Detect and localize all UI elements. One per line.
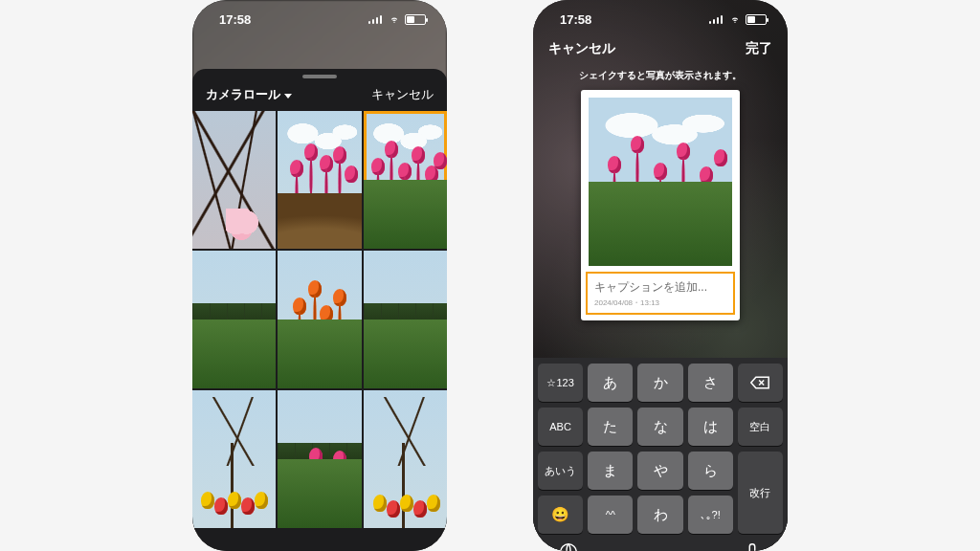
photo-thumb[interactable] — [364, 251, 447, 388]
cellular-signal-icon — [368, 14, 384, 24]
kana-key[interactable]: さ — [688, 364, 733, 402]
kana-key[interactable]: ら — [688, 452, 733, 490]
photo-thumb-selected[interactable] — [364, 111, 447, 249]
kana-key[interactable]: た — [588, 408, 633, 446]
photo-datetime: 2024/04/08・13:13 — [594, 298, 726, 308]
status-icons — [709, 14, 767, 25]
battery-icon — [405, 14, 426, 25]
key-return[interactable]: 改行 — [738, 452, 783, 534]
key-mode-numeric[interactable]: ☆123 — [538, 364, 583, 402]
kana-key[interactable]: な — [637, 408, 682, 446]
battery-icon — [746, 14, 767, 25]
photo-grid — [192, 111, 447, 551]
kana-key[interactable]: は — [688, 408, 733, 446]
photo-thumb[interactable] — [364, 390, 447, 528]
shake-hint: シェイクすると写真が表示されます。 — [533, 63, 788, 90]
key-space[interactable]: 空白 — [738, 408, 783, 446]
photo-thumb[interactable] — [278, 251, 361, 388]
globe-icon[interactable] — [558, 541, 579, 551]
kana-key[interactable]: ま — [588, 452, 633, 490]
key-emoji[interactable]: 😀 — [538, 496, 583, 534]
photo-picker-sheet: カメラロール キャンセル — [192, 69, 447, 551]
key-mode-kana[interactable]: あいう — [538, 452, 583, 490]
sheet-grabber[interactable] — [302, 75, 337, 78]
kana-key[interactable]: わ — [637, 496, 682, 534]
cancel-button[interactable]: キャンセル — [371, 86, 434, 103]
cellular-signal-icon — [709, 14, 724, 24]
status-time: 17:58 — [219, 12, 251, 27]
kana-key[interactable]: か — [637, 364, 682, 402]
status-bar: 17:58 — [533, 0, 788, 38]
svg-rect-1 — [749, 544, 755, 551]
photo-thumb[interactable] — [192, 390, 276, 528]
album-selector[interactable]: カメラロール — [206, 86, 292, 103]
phone-caption-editor: 17:58 キャンセル 完了 シェイクすると写真が表示されます。 キャプションを… — [533, 0, 788, 551]
keyboard: ☆123 あ か さ ABC た な は 空白 あいう ま や ら 改行 😀 — [533, 358, 788, 551]
status-icons — [368, 14, 426, 25]
key-mode-alpha[interactable]: ABC — [538, 408, 583, 446]
kana-key[interactable]: あ — [588, 364, 633, 402]
chevron-down-icon — [284, 94, 292, 99]
polaroid-card[interactable]: キャプションを追加... 2024/04/08・13:13 — [581, 90, 740, 320]
wifi-icon — [728, 14, 742, 24]
kana-key[interactable]: や — [637, 452, 682, 490]
photo-thumb[interactable] — [278, 111, 361, 249]
phone-photo-picker: 17:58 カメラロール キャンセル — [192, 0, 447, 551]
status-time: 17:58 — [560, 12, 591, 27]
mic-icon[interactable] — [742, 541, 763, 551]
photo-thumb[interactable] — [192, 111, 276, 249]
caption-input-area[interactable]: キャプションを追加... 2024/04/08・13:13 — [586, 272, 735, 315]
nav-bar: キャンセル 完了 — [533, 38, 788, 63]
kana-key[interactable]: ^^ — [588, 496, 633, 534]
delete-icon — [750, 376, 769, 389]
photo-thumb[interactable] — [192, 251, 276, 388]
key-delete[interactable] — [738, 364, 783, 402]
photo-thumb[interactable] — [278, 390, 361, 528]
selected-photo — [589, 98, 732, 266]
done-button[interactable]: 完了 — [746, 40, 772, 57]
wifi-icon — [388, 14, 401, 24]
status-bar: 17:58 — [192, 0, 447, 38]
kana-key[interactable]: ､｡?! — [688, 496, 733, 534]
caption-placeholder: キャプションを追加... — [594, 279, 726, 296]
cancel-button[interactable]: キャンセル — [548, 40, 615, 57]
album-label: カメラロール — [206, 86, 280, 103]
